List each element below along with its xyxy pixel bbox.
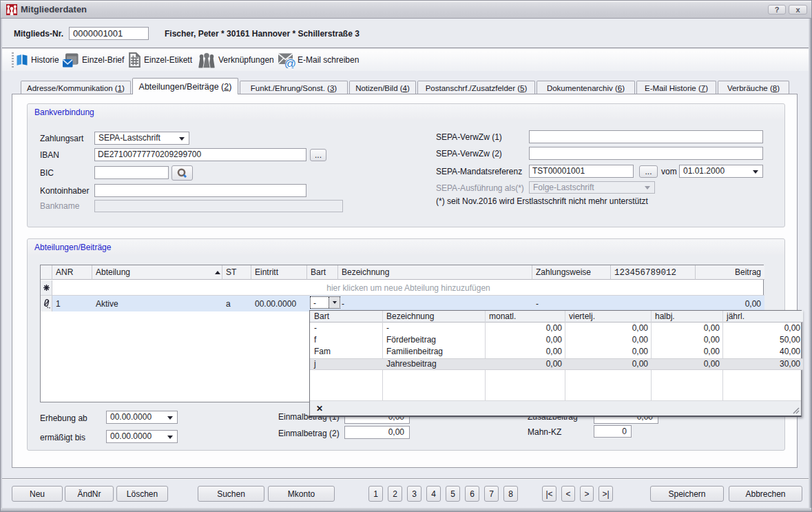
- svg-text:@: @: [284, 57, 296, 68]
